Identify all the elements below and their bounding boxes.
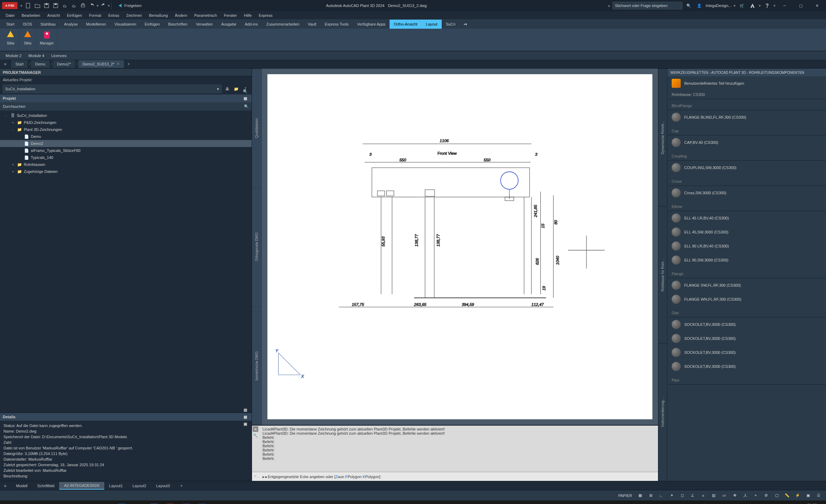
clean-icon[interactable]: ▣ [804,492,813,499]
tree-item[interactable]: 📄Demo [0,133,252,140]
details-icon[interactable]: ▣ [242,420,249,427]
command-input[interactable]: ▶_ ▸◂ Entgegengesetzte Ecke angeben oder… [252,472,658,481]
menu-express[interactable]: Express [255,11,276,20]
ribbon-tab[interactable]: Modellieren [82,20,110,29]
menu-zeichnen[interactable]: Zeichnen [122,11,145,20]
menu-format[interactable]: Format [85,11,105,20]
details-icon[interactable]: ▦ [242,413,249,420]
palette-item[interactable]: CAP,BV,40 (CS300) [667,135,826,149]
save-icon[interactable] [42,1,51,10]
file-tab-active[interactable]: Demo2_SU013_2*✕ [78,60,124,68]
layout-tab[interactable]: Layout1 [104,482,128,490]
menu-einfügen[interactable]: Einfügen [63,11,85,20]
menu-bearbeiten[interactable]: Bearbeiten [18,11,44,20]
ribbon-tab[interactable]: Add-ins [240,20,262,29]
current-project-combo[interactable]: SuCri_Installation▾ [3,85,222,93]
ribbon-tab[interactable]: Analyse [60,20,82,29]
ribbon-tab[interactable]: Beschriften [164,20,192,29]
add-custom-part[interactable]: Benutzerdefiniertes Teil hinzufügen [667,76,826,90]
calc-icon[interactable]: 🧮 [130,501,146,504]
polar-icon[interactable]: ✶ [667,492,676,499]
undo-icon[interactable] [88,1,96,10]
grid-icon[interactable]: ▦ [636,492,645,499]
tree-item[interactable]: -🗄SuCri_Installation [0,112,252,119]
autocad-taskbar-icon[interactable]: A [162,501,178,504]
customize-icon[interactable]: ☰ [814,492,823,499]
workspace-icon[interactable]: ⚙ [762,492,771,499]
start-button[interactable] [1,501,17,504]
paper-space[interactable]: 1106 3 3 550 550 Front View [262,69,658,425]
saveas-icon[interactable] [51,1,60,10]
user-icon[interactable]: 👤 [695,1,704,10]
cart-icon[interactable]: 🛒 [738,1,746,10]
quick-icon[interactable]: ⚡ [793,492,802,499]
ribbon-tab[interactable]: Visualisieren [110,20,140,29]
command-history[interactable]: ✕ 🔧 Licad4Plant3D: Die momentane Zeichnu… [252,426,658,472]
edge-icon[interactable] [66,501,81,504]
ortho-icon[interactable]: ∟ [657,492,666,499]
menu-fenster[interactable]: Fenster [220,11,240,20]
ribbon-tab[interactable]: SuCri [442,20,460,29]
palette-item[interactable]: COUPLING,SW,3000 (CS300) [667,161,826,175]
ribbon-appearance-icon[interactable]: ▪▾ [460,20,471,29]
ribbon-tab[interactable]: Einfügen [140,20,164,29]
ribbon-panel[interactable]: Manager [36,29,57,51]
project-search-input[interactable]: Durchsuchen🔍 [0,102,252,111]
filter-icon[interactable]: ▦ [242,95,249,102]
project-refresh-icon[interactable]: 🖶 [224,85,231,92]
new-tab-button[interactable]: ＋ [125,60,132,68]
file-tab[interactable]: Start [11,60,28,68]
palette-item[interactable]: SOCKOLET,BV,3000 (CS300) [667,317,826,331]
palette-item[interactable]: Cross,SW,3000 (CS300) [667,186,826,200]
canvas-vtab[interactable]: Orthogonale DWG [252,187,261,306]
menu-extras[interactable]: Extras [105,11,122,20]
ribbon-tab[interactable]: Layout [422,20,442,29]
selection-icon[interactable]: ▭ [720,492,729,499]
menu-datei[interactable]: Datei [2,11,18,20]
close-button[interactable]: ✕ [810,1,824,10]
ribbon-tab[interactable]: Verwalten [192,20,217,29]
ribbon-tab[interactable]: Ausgabe [217,20,240,29]
task-view-icon[interactable]: ⊞ [34,501,49,504]
palette-item[interactable]: FLANGE SW,FL,RF,300 (CS300) [667,278,826,292]
layout-tab[interactable]: Modell [11,482,32,490]
onenote-icon[interactable]: N [178,501,194,504]
minimize-button[interactable]: ─ [778,1,792,10]
palette-vtab[interactable]: Instrumentierung... [658,343,667,481]
maximize-button[interactable]: ▢ [794,1,808,10]
outlook-icon[interactable]: O [114,501,130,504]
ribbon-tab[interactable]: Express Tools [321,20,353,29]
ribbon-tab[interactable]: Zusammenarbeiten [262,20,304,29]
palette-vtab[interactable]: Dynamische Rohrkl... [658,69,667,206]
tree-item[interactable]: 📄siFramo_Typicals_StützeF80 [0,147,252,154]
tree-item[interactable]: 📄Demo2 [0,140,252,147]
ribbon-panel[interactable]: Sikla [19,29,36,51]
project-open-icon[interactable]: 📁 [233,85,240,92]
file-tab[interactable]: Demo [31,60,49,68]
share-button[interactable]: Freigeben [115,2,145,9]
close-tab-icon[interactable]: ✕ [117,62,120,66]
palette-item[interactable]: ELL 90 LR,BV,40 (CS300) [667,239,826,253]
ribbon-sub-item[interactable]: Module 4 [25,51,48,60]
palette-vtab[interactable]: Rohklasse für Rohr... [658,206,667,344]
otrack-icon[interactable]: ∠ [688,492,697,499]
tree-item[interactable]: -📁Plant 3D-Zeichnungen [0,126,252,133]
lineweight-icon[interactable]: ≡ [699,492,708,499]
autodesk-icon[interactable] [748,1,757,10]
layout-tab[interactable]: Schriftfeld [32,482,59,490]
redo-icon[interactable] [99,1,107,10]
help-search-input[interactable]: Stichwort oder Frage eingeben [612,2,682,9]
cloud-save-icon[interactable] [70,1,78,10]
details-icon[interactable]: ▤ [242,406,249,413]
ribbon-tab[interactable]: ISOS [19,20,36,29]
app-icon[interactable]: A P3D [2,2,18,9]
palette-item[interactable]: FLANGE BLIND,FL,RF,300 (CS300) [667,110,826,124]
palette-item[interactable]: FLANGE WN,FL,RF,300 (CS300) [667,292,826,306]
filetabs-menu-icon[interactable]: ≡ [1,60,9,68]
menu-hilfe[interactable]: Hilfe [240,11,255,20]
open-icon[interactable] [33,1,42,10]
ribbon-sub-item[interactable]: Module 2 [2,51,25,60]
user-name[interactable]: IntegaDesign... [706,4,732,8]
ribbon-sub-item[interactable]: Licences [48,51,70,60]
palette-item[interactable]: ELL 90,SW,3000 (CS300) [667,253,826,267]
